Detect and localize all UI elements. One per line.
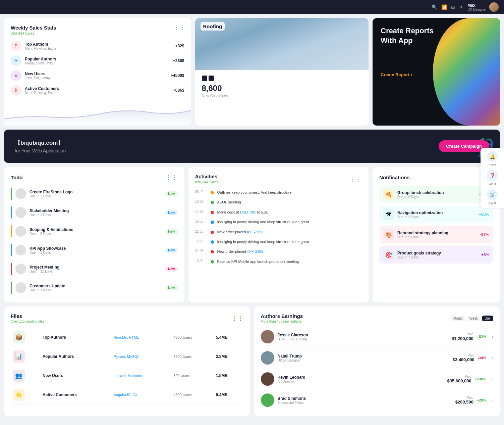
act-dot xyxy=(211,211,214,214)
roofing-label: Roofing xyxy=(201,22,225,31)
act-link[interactable]: USD 700. xyxy=(240,210,256,214)
file-name-cell: Active Customers xyxy=(41,385,111,405)
todo-avatar xyxy=(15,207,26,218)
todo-avatar xyxy=(15,282,26,293)
side-label: Buy N xyxy=(489,201,496,204)
period-btn-day[interactable]: Day xyxy=(482,316,493,321)
file-icon-cell: ⭐ xyxy=(11,385,41,405)
file-size: 5.4MB xyxy=(216,335,241,340)
todo-bar xyxy=(11,225,12,237)
activities-list: 08:42 Outlines keep you honest. And keep… xyxy=(195,189,362,266)
stat-info: New Users John, Pat, Jimmy xyxy=(25,72,167,80)
author-arrow-icon[interactable]: › xyxy=(492,334,493,339)
file-name: New Users xyxy=(43,373,109,378)
act-text: Outlines keep you honest. And keep struc… xyxy=(217,190,362,195)
side-panel-item[interactable]: 🔔 Prebu xyxy=(483,151,501,166)
nc-icons xyxy=(202,76,362,81)
top-navigation: 🔍 📶 ⊞ ☀ Max UX Designer xyxy=(0,0,504,14)
arrow-right-icon: › xyxy=(411,72,412,77)
row-1: ⋮⋮ Weekly Sales Stats 890,344 Sales P To… xyxy=(4,18,500,126)
weekly-sales-menu[interactable]: ⋮⋮ xyxy=(174,23,186,31)
act-text: Finance KPI Mobile app launch preparion … xyxy=(217,259,362,264)
period-buttons: MonthWeekDay xyxy=(451,316,493,321)
files-table: 📦 Top Authors ReactJs, HTML 4600 Users 5… xyxy=(11,328,243,405)
row-files: Files Over 100 pending files ⋮⋮ 📦 Top Au… xyxy=(4,306,500,416)
file-name-cell: Popular Authors xyxy=(41,347,111,366)
file-row: ⭐ Active Customers AngularJS, C# 4600 Us… xyxy=(11,385,243,405)
user-role: UX Designer xyxy=(467,8,487,11)
notif-icon: 🎯 xyxy=(383,249,394,260)
todo-bar xyxy=(11,188,12,200)
todo-badge: New xyxy=(165,248,178,253)
todo-badge: New xyxy=(165,229,178,234)
act-text: Indulging in poorly driving and keep str… xyxy=(217,239,362,244)
author-amount: $200,500 xyxy=(455,399,473,405)
stat-item: ✈ Popular Authors Randy, Steve, Mike +28… xyxy=(11,55,184,66)
files-menu[interactable]: ⋮⋮ xyxy=(231,315,243,322)
activities-title: Activities xyxy=(195,174,219,179)
author-change: +52% xyxy=(477,335,486,339)
side-panel-item[interactable]: 🛒 Buy N xyxy=(483,189,501,204)
stat-users: Mark, Rowling, Esther xyxy=(25,91,170,95)
act-dot xyxy=(211,231,214,234)
author-paid: Paid xyxy=(453,353,474,357)
todo-due: Due In 1 week xyxy=(30,288,162,292)
user-name: Max xyxy=(467,3,487,8)
period-btn-month[interactable]: Month xyxy=(451,316,465,321)
authors-list: Jessie Clarcson HTML, CSS Coding Paid $1… xyxy=(261,328,494,409)
weekly-sales-subtitle: 890,344 Sales xyxy=(11,31,184,35)
author-earning: Paid $1,200,000 xyxy=(452,332,473,341)
side-panel-item[interactable]: ❓ Get H xyxy=(483,170,501,185)
authors-earnings-card: Authors Earnings More than 400 new autho… xyxy=(254,306,500,416)
todo-avatar xyxy=(15,188,26,199)
side-panel: 🔔 Prebu ❓ Get H 🛒 Buy N xyxy=(481,148,504,208)
act-time: 16:50 xyxy=(195,239,207,243)
stat-info: Top Authors Mark, Rowling, Esther xyxy=(25,42,172,50)
author-arrow-icon[interactable]: › xyxy=(492,355,493,361)
stat-name: New Users xyxy=(25,72,167,76)
notif-info: Group lunch celebration Due In 2 Days xyxy=(397,190,475,199)
grid-icon[interactable]: ⊞ xyxy=(451,4,455,10)
author-arrow-icon[interactable]: › xyxy=(492,376,493,382)
todo-badge: New xyxy=(165,191,178,196)
new-customers-section: 8,600 New Customers xyxy=(195,70,369,103)
author-item: Jessie Clarcson HTML, CSS Coding Paid $1… xyxy=(261,328,494,346)
author-avatar xyxy=(261,372,274,386)
file-users: 890 Users xyxy=(173,374,212,378)
stat-icon: P xyxy=(11,41,21,51)
todo-item: Create FireStone Logo Due In 2 Days New xyxy=(11,186,178,202)
file-size-cell: 1.5MB xyxy=(214,366,243,385)
side-icon: 🔔 xyxy=(487,151,498,162)
author-paid: Paid xyxy=(447,375,471,378)
todo-item: Stakeholder Meeting Due In 3 Days New xyxy=(11,204,178,221)
author-avatar xyxy=(261,393,274,407)
author-arrow-icon[interactable]: › xyxy=(492,397,493,403)
act-link[interactable]: #XF-2356. xyxy=(247,230,264,234)
roofing-image: Roofing xyxy=(195,18,369,70)
file-icon-cell: 📦 xyxy=(11,328,41,347)
act-link[interactable]: #XF-2356. xyxy=(247,249,264,253)
todo-name: KPI App Showcase xyxy=(30,246,162,251)
author-avatar xyxy=(261,330,274,343)
author-amount: $35,600,000 xyxy=(447,378,471,383)
act-dot xyxy=(211,221,214,224)
notif-value: -27% xyxy=(480,232,489,237)
activities-menu[interactable]: ⋮⋮ xyxy=(350,175,362,183)
author-role: HTML, CSS Coding xyxy=(278,337,448,341)
avatar[interactable] xyxy=(489,2,499,12)
act-dot xyxy=(211,250,214,253)
todo-info: Scoping & Estimations Due In 5 Days xyxy=(30,227,162,236)
act-time: 08:42 xyxy=(195,190,207,194)
search-icon[interactable]: 🔍 xyxy=(432,4,437,10)
notif-icon: 🍕 xyxy=(383,189,394,200)
todo-menu[interactable]: ⋮⋮ xyxy=(166,174,178,181)
file-icon: 👥 xyxy=(13,370,25,382)
stat-list: P Top Authors Mark, Rowling, Esther +82$… xyxy=(11,41,184,96)
todo-card: Todo ⋮⋮ Create FireStone Logo Due In 2 D… xyxy=(4,167,184,302)
row-activities: Todo ⋮⋮ Create FireStone Logo Due In 2 D… xyxy=(4,167,500,302)
brightness-icon[interactable]: ☀ xyxy=(459,4,463,10)
period-btn-week[interactable]: Week xyxy=(467,316,481,321)
act-item: 21:03 New order placed #XF-2356. xyxy=(195,228,362,236)
act-time: 21:03 xyxy=(195,249,207,253)
file-name-cell: New Users xyxy=(41,366,111,385)
